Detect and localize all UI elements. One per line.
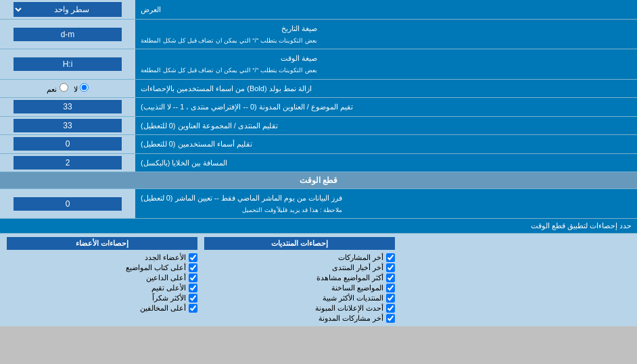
time-format-input[interactable]: H:i <box>14 57 122 71</box>
list-item: المواضيع الساخنة <box>204 284 395 292</box>
topic-order-input[interactable]: 33 <box>14 100 122 113</box>
list-item: أخر أخبار المنتدى <box>204 263 395 272</box>
col-members-header: إحصاءات الأعضاء <box>7 237 197 250</box>
radio-no-label: لا <box>74 83 89 94</box>
list-item: أعلى الداعين <box>7 274 197 282</box>
topic-order-label: تقيم الموضوع / العناوين المدونة (0 -- ال… <box>135 98 637 116</box>
radio-yes-label: نعم <box>47 83 68 94</box>
date-format-input[interactable]: d-m <box>14 28 122 41</box>
user-names-input[interactable]: 0 <box>14 137 122 151</box>
date-format-label: صيغة التاريخبعض التكوينات يتطلب "/" التي… <box>135 20 637 49</box>
time-cutoff-input[interactable]: 0 <box>14 197 122 211</box>
radio-no[interactable] <box>80 83 89 92</box>
checkbox-most-thanked[interactable] <box>189 294 197 303</box>
forum-order-label: تقليم المنتدى / المجموعة العناوين (0 للت… <box>135 117 637 135</box>
checkbox-top-rated[interactable] <box>189 284 197 292</box>
user-names-input-cell: 0 <box>0 135 135 153</box>
time-format-label: صيغة الوقتبعض التكوينات يتطلب "/" التي ي… <box>135 49 637 78</box>
list-item: المنتديات الأكثر شبية <box>204 294 395 303</box>
list-item: أخر المشاركات <box>204 253 395 262</box>
header-dropdown-cell: سطر واحد <box>0 0 135 19</box>
checkbox-col-empty <box>398 237 634 323</box>
checkbox-col-forums: إحصاءات المنتديات أخر المشاركات أخر أخبا… <box>201 237 398 323</box>
list-item: أخر مشاركات المدونة <box>204 314 395 323</box>
bold-remove-radio-cell: لا نعم <box>0 80 135 98</box>
checkbox-hot-topics[interactable] <box>386 284 395 292</box>
checkbox-most-viewed[interactable] <box>386 274 395 282</box>
forum-order-input[interactable]: 33 <box>14 119 122 132</box>
checkbox-col-members: إحصاءات الأعضاء الأعضاء الجدد أعلى كتاب … <box>3 237 201 323</box>
time-format-input-cell: H:i <box>0 49 135 78</box>
time-cutoff-input-cell: 0 <box>0 189 135 218</box>
list-item: أكثر المواضيع مشاهدة <box>204 274 395 282</box>
list-item: أحدث الإعلانات المبونة <box>204 304 395 313</box>
checkbox-blog-posts[interactable] <box>386 314 395 323</box>
list-item: الأعلى تقيم <box>7 284 197 292</box>
cell-spacing-label: المسافة بين الخلايا (بالبكسل) <box>135 154 637 172</box>
checkbox-top-topic-writers[interactable] <box>189 263 197 272</box>
bold-remove-label: ازالة نمط بولد (Bold) من اسماء المستخدمي… <box>135 80 637 98</box>
forum-order-input-cell: 33 <box>0 117 135 135</box>
topic-order-input-cell: 33 <box>0 98 135 116</box>
cell-spacing-input[interactable]: 2 <box>14 156 122 170</box>
list-item: أعلى المخالفين <box>7 304 197 313</box>
cell-spacing-input-cell: 2 <box>0 154 135 172</box>
list-item: الأعضاء الجدد <box>7 253 197 262</box>
header-label: العرض <box>135 0 637 19</box>
list-item: الأكثر شكراً <box>7 294 197 303</box>
checkbox-top-violators[interactable] <box>189 304 197 313</box>
radio-yes[interactable] <box>60 83 68 92</box>
checkbox-announcements[interactable] <box>386 304 395 313</box>
user-names-label: تقليم أسماء المستخدمين (0 للتعطيل) <box>135 135 637 153</box>
col-forums-header: إحصاءات المنتديات <box>204 237 395 250</box>
checkbox-new-members[interactable] <box>189 253 197 262</box>
checkbox-akhir-mosharkaat[interactable] <box>386 253 395 262</box>
checkbox-akhbar-montada[interactable] <box>386 263 395 272</box>
date-format-input-cell: d-m <box>0 20 135 49</box>
time-section-header: قطع الوقت <box>0 172 637 189</box>
view-select[interactable]: سطر واحد <box>14 2 122 17</box>
time-cutoff-label: فرز البيانات من يوم الماشر الماضي فقط --… <box>135 189 637 218</box>
checkbox-section: إحصاءات المنتديات أخر المشاركات أخر أخبا… <box>0 234 637 326</box>
limit-label: حدد إحصاءات لتطبيق قطع الوقت <box>0 219 637 234</box>
list-item: أعلى كتاب المواضيع <box>7 263 197 272</box>
checkbox-top-inviters[interactable] <box>189 274 197 282</box>
checkbox-most-similar-forums[interactable] <box>386 294 395 303</box>
